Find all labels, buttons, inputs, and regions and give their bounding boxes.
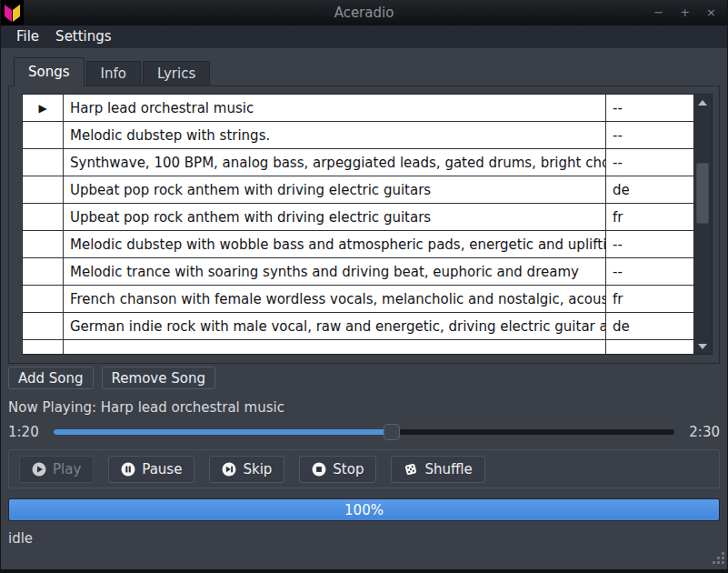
menu-settings[interactable]: Settings <box>47 25 120 48</box>
tab-songs[interactable]: Songs <box>14 57 85 86</box>
slider-fill <box>54 429 393 435</box>
playing-indicator <box>23 340 64 355</box>
song-language-cell: fr <box>606 286 693 312</box>
progress-bar: 100% <box>8 498 720 521</box>
resize-grip-icon[interactable] <box>712 551 725 568</box>
tab-lyrics[interactable]: Lyrics <box>143 61 210 85</box>
status-label: idle <box>8 530 720 547</box>
song-title-cell: Harp lead orchestral music <box>64 95 606 121</box>
scroll-up-icon[interactable] <box>694 96 711 109</box>
elapsed-time-label: 1:20 <box>8 424 39 440</box>
pause-circle-icon <box>121 462 135 477</box>
stop-button-label: Stop <box>333 461 364 478</box>
skip-button[interactable]: Skip <box>209 456 284 483</box>
song-title-cell: Upbeat pop rock anthem with driving elec… <box>64 176 606 203</box>
playing-indicator <box>23 149 64 176</box>
playing-indicator <box>23 258 64 285</box>
song-row[interactable] <box>23 340 693 355</box>
song-row[interactable]: Melodic trance with soaring synths and d… <box>23 258 693 286</box>
pause-button[interactable]: Pause <box>108 456 194 483</box>
song-language-cell: -- <box>606 149 693 176</box>
song-row[interactable]: French chanson with female wordless voca… <box>23 286 693 313</box>
song-title-cell: Melodic dubstep with wobble bass and atm… <box>64 231 606 257</box>
play-circle-icon <box>32 462 46 477</box>
song-row[interactable]: ▶Harp lead orchestral music-- <box>23 95 693 122</box>
song-language-cell: fr <box>606 204 693 230</box>
progress-bar-fill: 100% <box>9 499 719 520</box>
playing-indicator <box>23 176 64 203</box>
song-row[interactable]: Synthwave, 100 BPM, analog bass, arpeggi… <box>23 149 693 176</box>
songs-panel: ▶Harp lead orchestral music--Melodic dub… <box>8 85 720 364</box>
song-title-cell: French chanson with female wordless voca… <box>64 286 606 312</box>
scrollbar-thumb[interactable] <box>696 163 709 224</box>
song-language-cell <box>606 340 693 355</box>
add-song-button[interactable]: Add Song <box>8 367 94 389</box>
window-controls: − + × <box>653 0 727 25</box>
window-title: Aceradio <box>1 5 727 21</box>
titlebar[interactable]: Aceradio − + × <box>1 0 727 25</box>
playing-indicator <box>23 231 64 257</box>
playing-indicator <box>23 286 64 312</box>
song-language-cell: -- <box>606 95 693 121</box>
song-row[interactable]: Upbeat pop rock anthem with driving elec… <box>23 204 693 231</box>
stop-button[interactable]: Stop <box>299 456 376 483</box>
maximize-button[interactable]: + <box>680 0 690 25</box>
song-title-cell: Synthwave, 100 BPM, analog bass, arpeggi… <box>64 149 606 176</box>
song-title-cell <box>64 340 606 355</box>
skip-circle-icon <box>222 462 236 477</box>
shuffle-button-label: Shuffle <box>424 461 472 478</box>
shuffle-button[interactable]: Shuffle <box>391 456 484 483</box>
playing-indicator: ▶ <box>23 95 64 121</box>
stop-circle-icon <box>312 462 326 477</box>
tab-bar: Songs Info Lyrics <box>8 56 720 85</box>
seek-slider[interactable] <box>54 424 675 440</box>
song-row[interactable]: Upbeat pop rock anthem with driving elec… <box>23 176 693 204</box>
seek-row: 1:20 2:30 <box>8 423 720 441</box>
song-title-cell: Upbeat pop rock anthem with driving elec… <box>64 204 606 230</box>
play-button-label: Play <box>53 461 81 478</box>
song-table-wrap: ▶Harp lead orchestral music--Melodic dub… <box>22 94 713 355</box>
song-language-cell: de <box>606 313 693 339</box>
progress-label: 100% <box>344 502 384 518</box>
now-playing-label: Now Playing: Harp lead orchestral music <box>8 399 720 416</box>
song-row[interactable]: Melodic dubstep with wobble bass and atm… <box>23 231 693 258</box>
remove-song-button[interactable]: Remove Song <box>102 367 215 389</box>
song-language-cell: -- <box>606 258 693 285</box>
menubar: File Settings <box>1 25 727 48</box>
minimize-button[interactable]: − <box>653 0 663 25</box>
playing-indicator <box>23 122 64 148</box>
song-language-cell: -- <box>606 231 693 257</box>
pause-button-label: Pause <box>142 461 182 478</box>
song-title-cell: German indie rock with male vocal, raw a… <box>64 313 606 339</box>
song-title-cell: Melodic dubstep with strings. <box>64 122 606 148</box>
slider-handle[interactable] <box>384 424 400 440</box>
slider-track[interactable] <box>54 429 675 435</box>
tab-info[interactable]: Info <box>86 61 141 85</box>
total-time-label: 2:30 <box>689 424 720 440</box>
menu-file[interactable]: File <box>8 25 47 48</box>
playback-controls-frame: Play Pause Skip <box>8 449 720 488</box>
playing-indicator <box>23 204 64 230</box>
song-language-cell: de <box>606 176 693 203</box>
play-button[interactable]: Play <box>19 456 94 483</box>
song-title-cell: Melodic trance with soaring synths and d… <box>64 258 606 285</box>
close-button[interactable]: × <box>706 0 716 25</box>
main-content: Songs Info Lyrics ▶Harp lead orchestral … <box>1 48 727 569</box>
skip-button-label: Skip <box>243 461 272 478</box>
playing-indicator <box>23 313 64 339</box>
vertical-scrollbar[interactable] <box>694 94 713 355</box>
song-table[interactable]: ▶Harp lead orchestral music--Melodic dub… <box>22 94 694 355</box>
library-buttons: Add Song Remove Song <box>8 367 720 389</box>
song-row[interactable]: German indie rock with male vocal, raw a… <box>23 313 693 340</box>
song-language-cell: -- <box>606 122 693 148</box>
shuffle-dice-icon <box>404 462 418 477</box>
app-window: Aceradio − + × File Settings Songs Info … <box>0 0 728 573</box>
song-row[interactable]: Melodic dubstep with strings.-- <box>23 122 693 149</box>
scroll-down-icon[interactable] <box>694 339 711 353</box>
